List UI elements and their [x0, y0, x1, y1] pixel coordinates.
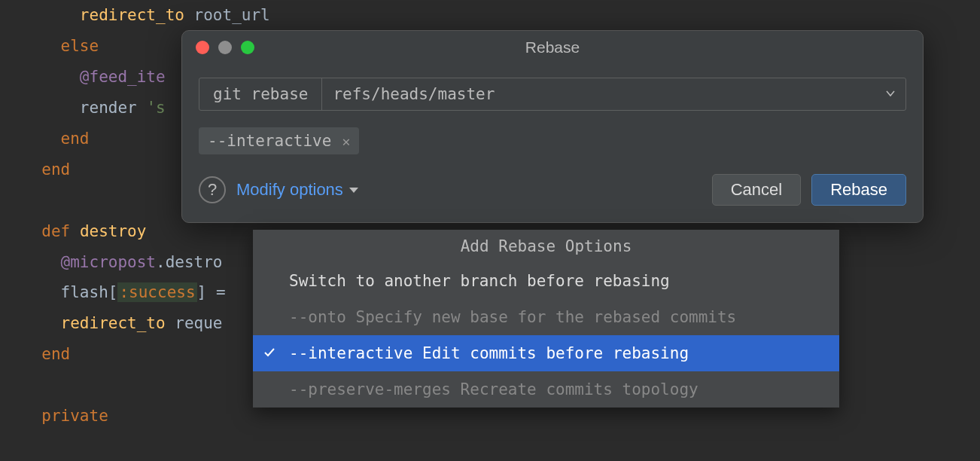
- code-line: end: [23, 339, 270, 370]
- dialog-body: git rebase refs/heads/master --interacti…: [182, 64, 923, 222]
- code-line: [23, 370, 270, 401]
- options-chips: --interactive ✕: [199, 127, 906, 154]
- code-line: flash[:success] =: [23, 277, 270, 308]
- rebase-options-dropdown: Add Rebase Options Switch to another bra…: [253, 230, 839, 408]
- option-desc: Recreate commits topology: [461, 380, 698, 398]
- maximize-icon[interactable]: [241, 41, 254, 54]
- rebase-button[interactable]: Rebase: [811, 174, 906, 206]
- command-prefix: git rebase: [199, 78, 322, 110]
- interactive-chip[interactable]: --interactive ✕: [199, 127, 359, 154]
- action-row: ? Modify options Cancel Rebase: [199, 174, 906, 206]
- check-icon: [263, 344, 275, 362]
- option-flag: --preserve-merges: [289, 380, 451, 398]
- option-text: Switch to another branch before rebasing: [289, 272, 670, 290]
- dropdown-item[interactable]: --onto Specify new base for the rebased …: [253, 299, 839, 335]
- help-button[interactable]: ?: [199, 176, 226, 203]
- chevron-down-icon: [349, 188, 358, 193]
- cancel-button[interactable]: Cancel: [712, 174, 801, 206]
- code-line: private: [23, 401, 270, 432]
- option-desc: Edit commits before rebasing: [422, 344, 689, 362]
- target-dropdown-button[interactable]: [875, 78, 905, 110]
- code-line: redirect_to reque: [23, 308, 270, 339]
- modify-options-label: Modify options: [236, 180, 343, 200]
- window-controls: [182, 41, 254, 54]
- chip-label: --interactive: [208, 132, 331, 150]
- option-desc: Specify new base for the rebased commits: [356, 308, 737, 326]
- code-line: @micropost.destro: [23, 247, 270, 278]
- command-bar: git rebase refs/heads/master: [199, 78, 906, 111]
- dropdown-item[interactable]: --interactive Edit commits before rebasi…: [253, 335, 839, 371]
- minimize-icon[interactable]: [218, 41, 232, 54]
- titlebar: Rebase: [182, 31, 923, 64]
- close-icon[interactable]: ✕: [342, 133, 350, 149]
- target-input[interactable]: refs/heads/master: [322, 78, 875, 110]
- option-flag: --onto: [289, 308, 346, 326]
- dropdown-item[interactable]: Switch to another branch before rebasing: [253, 263, 839, 299]
- option-flag: --interactive: [289, 344, 412, 362]
- chevron-down-icon: [884, 85, 896, 103]
- modify-options-link[interactable]: Modify options: [236, 180, 358, 200]
- code-line: redirect_to root_url: [23, 0, 270, 31]
- dropdown-item[interactable]: --preserve-merges Recreate commits topol…: [253, 371, 839, 408]
- dropdown-header: Add Rebase Options: [253, 230, 839, 263]
- close-icon[interactable]: [196, 41, 209, 54]
- rebase-dialog: Rebase git rebase refs/heads/master --in…: [181, 30, 924, 223]
- help-icon: ?: [208, 180, 217, 200]
- dialog-title: Rebase: [182, 38, 923, 56]
